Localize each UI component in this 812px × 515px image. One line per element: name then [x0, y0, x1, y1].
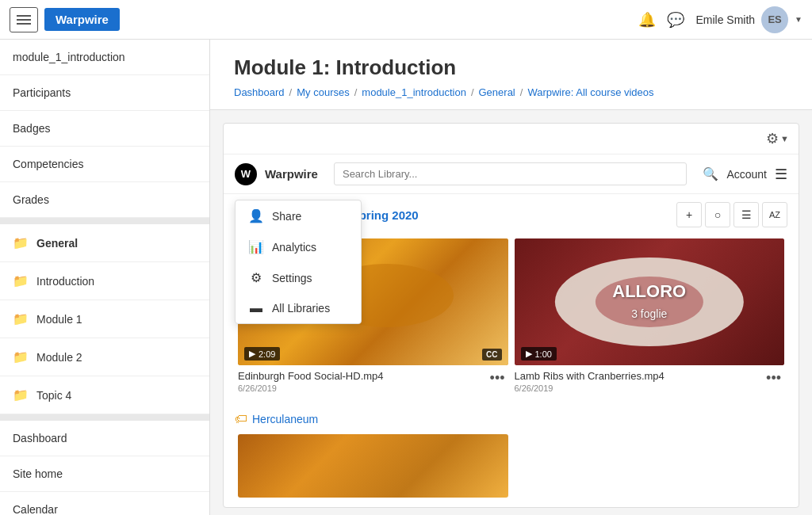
sidebar-item-grades[interactable]: Grades: [0, 182, 209, 218]
dropdown-all-libraries[interactable]: ▬ All Libraries: [236, 293, 361, 323]
warpwire-search-input[interactable]: [334, 162, 687, 185]
sort-az-button[interactable]: AZ: [762, 202, 787, 227]
play-icon-2: ▶: [526, 349, 532, 359]
dropdown-share[interactable]: 👤 Share: [236, 200, 361, 231]
sidebar-item-label: Participants: [13, 86, 71, 99]
breadcrumb-module[interactable]: module_1_introduction: [362, 86, 466, 98]
sidebar-item-participants[interactable]: Participants: [0, 75, 209, 111]
tag-label[interactable]: Herculaneum: [252, 413, 318, 425]
settings-gear-button[interactable]: ⚙ ▼: [766, 130, 789, 147]
sidebar-item-module1[interactable]: 📁 Module 1: [0, 300, 209, 338]
user-menu[interactable]: Emile Smith ES ▼: [695, 6, 802, 33]
analytics-icon: 📊: [248, 239, 264, 254]
main-layout: module_1_introduction Participants Badge…: [0, 40, 812, 515]
video-2-more-button[interactable]: •••: [763, 370, 784, 387]
sidebar-item-general[interactable]: 📁 General: [0, 224, 209, 262]
warpwire-search-button[interactable]: 🔍: [703, 166, 718, 181]
share-icon: 👤: [248, 208, 264, 223]
breadcrumb-sep: /: [289, 86, 293, 98]
video-2-date: 6/26/2019: [515, 383, 764, 393]
video-2-info: Lamb Ribs with Cranberries.mp4 6/26/2019…: [515, 370, 785, 393]
sidebar-item-label: Topic 4: [36, 389, 71, 402]
sidebar-item-badges[interactable]: Badges: [0, 111, 209, 147]
dropdown-settings-label: Settings: [272, 272, 312, 284]
user-menu-chevron-icon: ▼: [795, 15, 802, 24]
video-1-duration: ▶ 2:09: [244, 347, 280, 360]
warpwire-brand-label: Warpwire: [265, 167, 318, 181]
sidebar-item-label: Badges: [13, 122, 50, 135]
dropdown-share-label: Share: [272, 210, 301, 223]
folder-icon: 📁: [13, 235, 29, 250]
dropdown-settings[interactable]: ⚙ Settings: [236, 262, 361, 293]
sidebar-item-calendar[interactable]: Calendar: [0, 492, 209, 515]
folder-icon: 📁: [13, 387, 29, 402]
warpwire-embed: ⚙ ▼ W Warpwire 🔍 Account ☰ 👤: [223, 123, 799, 508]
hamburger-menu-button[interactable]: [10, 7, 38, 32]
user-name-label: Emile Smith: [695, 13, 755, 26]
video-1-name: Edinburgh Food Social-HD.mp4: [238, 370, 487, 382]
breadcrumb-dashboard[interactable]: Dashboard: [234, 86, 285, 98]
breadcrumb-sep-4: /: [520, 86, 523, 98]
sidebar-item-topic4[interactable]: 📁 Topic 4: [0, 376, 209, 414]
sidebar-divider-2: [0, 414, 209, 421]
sidebar-divider: [0, 218, 209, 224]
sidebar-item-label: Site home: [13, 467, 63, 480]
folder-icon: 📁: [13, 311, 29, 326]
all-libraries-icon: ▬: [248, 301, 264, 315]
sidebar-item-module2[interactable]: 📁 Module 2: [0, 338, 209, 376]
folder-icon: 📁: [13, 349, 29, 364]
video-1-cc-badge: CC: [482, 349, 501, 360]
sidebar-item-label: Calendar: [13, 503, 58, 515]
video-2-text: ALLORO3 foglie: [612, 281, 686, 323]
warpwire-toolbar: ⚙ ▼: [224, 124, 799, 154]
video-2-meta: Lamb Ribs with Cranberries.mp4 6/26/2019: [515, 370, 764, 393]
video-thumbnail-2[interactable]: ALLORO3 foglie ▶ 1:00: [515, 238, 785, 365]
topnav-right-section: 🔔 💬 Emile Smith ES ▼: [638, 6, 802, 33]
chat-icon[interactable]: 💬: [667, 11, 684, 29]
warpwire-logo-icon: W: [235, 163, 257, 185]
sidebar-item-label: Dashboard: [13, 432, 67, 444]
warpwire-dropdown-menu: 👤 Share 📊 Analytics ⚙ Settings ▬ All Lib…: [235, 200, 362, 324]
warpwire-search-container: [334, 162, 687, 185]
list-view-button[interactable]: ☰: [733, 202, 759, 227]
breadcrumb: Dashboard / My courses / module_1_introd…: [234, 86, 788, 109]
play-icon: ▶: [249, 349, 255, 359]
warpwire-inner: W Warpwire 🔍 Account ☰ 👤 Share: [224, 154, 799, 507]
breadcrumb-sep-2: /: [354, 86, 358, 98]
breadcrumb-general[interactable]: General: [479, 86, 515, 98]
sidebar-item-competencies[interactable]: Competencies: [0, 147, 209, 182]
dropdown-analytics[interactable]: 📊 Analytics: [236, 231, 361, 262]
sidebar-item-label: Module 2: [36, 351, 82, 364]
video-2-duration: ▶ 1:00: [521, 347, 557, 360]
folder-icon: 📁: [13, 273, 29, 288]
video-1-more-button[interactable]: •••: [487, 370, 508, 387]
dropdown-analytics-label: Analytics: [272, 241, 316, 254]
page-header: Module 1: Introduction Dashboard / My co…: [210, 40, 812, 110]
settings-icon: ⚙: [248, 270, 264, 285]
sidebar-item-site-home[interactable]: Site home: [0, 456, 209, 492]
sidebar-item-label: Module 1: [36, 313, 82, 326]
video-2-name: Lamb Ribs with Cranberries.mp4: [515, 370, 764, 382]
circle-button[interactable]: ○: [705, 202, 730, 227]
sidebar-item-label: Competencies: [13, 158, 84, 170]
warpwire-menu-button[interactable]: ☰: [775, 166, 787, 183]
warpwire-logo[interactable]: Warpwire: [44, 8, 120, 31]
breadcrumb-warpwire[interactable]: Warpwire: All course videos: [527, 86, 653, 98]
sidebar-item-dashboard[interactable]: Dashboard: [0, 421, 209, 456]
notification-icon[interactable]: 🔔: [638, 11, 656, 29]
sidebar-item-introduction[interactable]: 📁 Introduction: [0, 262, 209, 300]
video-1-date: 6/26/2019: [238, 383, 487, 393]
page-title: Module 1: Introduction: [234, 55, 788, 80]
video-2-overlay: ALLORO3 foglie: [515, 238, 785, 365]
warpwire-header: W Warpwire 🔍 Account ☰: [224, 154, 799, 194]
bottom-video-row: [224, 434, 799, 507]
warpwire-account-label[interactable]: Account: [726, 168, 767, 181]
tag-icon: 🏷: [235, 412, 247, 426]
add-button[interactable]: +: [676, 202, 702, 227]
dropdown-all-libraries-label: All Libraries: [272, 302, 330, 315]
video-1-meta: Edinburgh Food Social-HD.mp4 6/26/2019: [238, 370, 487, 393]
sidebar-item-module-1-introduction[interactable]: module_1_introduction: [0, 40, 209, 75]
bottom-video-thumbnail[interactable]: [238, 434, 508, 498]
video-card-2: ALLORO3 foglie ▶ 1:00 Lamb Ribs with Cra…: [515, 238, 785, 393]
breadcrumb-my-courses[interactable]: My courses: [297, 86, 349, 98]
